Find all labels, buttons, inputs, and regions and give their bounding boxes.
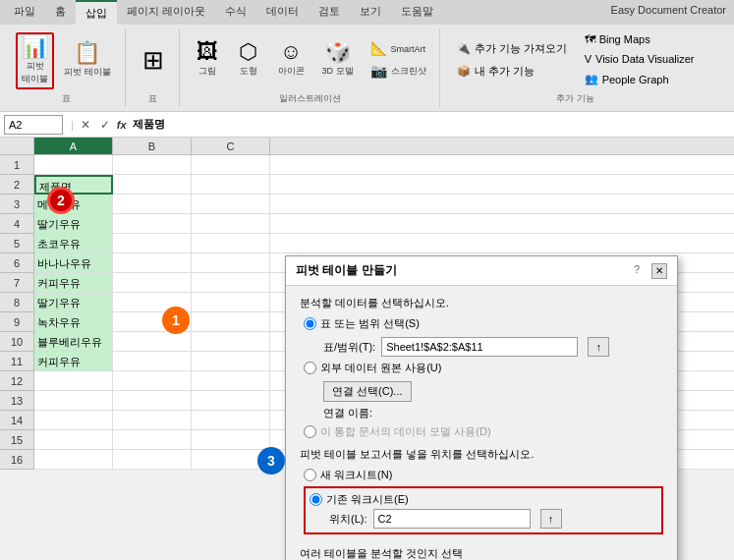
tab-view[interactable]: 보기	[350, 0, 391, 25]
tab-easy-doc[interactable]: Easy Document Creator	[603, 0, 734, 25]
row-header-11[interactable]: 11	[0, 352, 34, 371]
cell-c1[interactable]	[192, 155, 270, 175]
row-header-5[interactable]: 5	[0, 234, 34, 253]
row-header-8[interactable]: 8	[0, 293, 34, 312]
cell-a4[interactable]: 딸기우유	[34, 214, 113, 234]
tab-insert[interactable]: 삽입	[76, 0, 117, 25]
screenshot-button[interactable]: 📷 스크린샷	[366, 60, 431, 81]
row-header-15[interactable]: 15	[0, 430, 34, 450]
pivot-table-recommend-button[interactable]: 📋 피벗 테이블	[58, 38, 117, 83]
bing-maps-button[interactable]: 🗺 Bing Maps	[578, 30, 702, 48]
cell-a15[interactable]	[34, 430, 113, 450]
cell-a16[interactable]	[34, 450, 113, 470]
cell-c5[interactable]	[192, 234, 270, 253]
col-header-c[interactable]: C	[192, 138, 270, 155]
cell-b7[interactable]	[113, 273, 192, 293]
cell-c13[interactable]	[192, 391, 270, 411]
picture-button[interactable]: 🖼 그림	[190, 37, 225, 82]
col-header-b[interactable]: B	[113, 138, 192, 155]
cell-b15[interactable]	[113, 430, 192, 450]
cell-b1[interactable]	[113, 155, 192, 175]
cell-c12[interactable]	[192, 371, 270, 391]
row-header-14[interactable]: 14	[0, 411, 34, 430]
cell-b4[interactable]	[113, 214, 192, 234]
tab-data[interactable]: 데이터	[256, 0, 309, 25]
cell-b12[interactable]	[113, 371, 192, 391]
cell-c2[interactable]	[192, 175, 270, 195]
visio-button[interactable]: V Visio Data Visualizer	[578, 50, 702, 68]
tab-home[interactable]: 홈	[45, 0, 76, 25]
cell-a5[interactable]: 초코우유	[34, 234, 113, 253]
row-header-2[interactable]: 2	[0, 175, 34, 195]
cell-c7[interactable]	[192, 273, 270, 293]
get-addons-button[interactable]: 🔌 추가 기능 가져오기	[450, 38, 574, 59]
row-header-13[interactable]: 13	[0, 391, 34, 411]
my-addons-button[interactable]: 📦 내 추가 기능	[450, 61, 574, 82]
cell-c6[interactable]	[192, 253, 270, 273]
row-header-7[interactable]: 7	[0, 273, 34, 293]
people-graph-button[interactable]: 👥 People Graph	[578, 70, 702, 88]
dialog-help[interactable]: ?	[634, 263, 640, 279]
cell-c9[interactable]	[192, 312, 270, 332]
row-header-1[interactable]: 1	[0, 155, 34, 175]
table-button[interactable]: ⊞	[136, 41, 171, 80]
tab-help[interactable]: 도움말	[391, 0, 443, 25]
tab-page-layout[interactable]: 페이지 레이아웃	[117, 0, 215, 25]
cell-a11[interactable]: 커피우유	[34, 352, 113, 371]
row-header-10[interactable]: 10	[0, 332, 34, 352]
table-range-input[interactable]	[381, 337, 578, 357]
confirm-formula-icon[interactable]: ✓	[97, 117, 113, 133]
tab-review[interactable]: 검토	[309, 0, 350, 25]
location-selector-icon[interactable]: ↑	[540, 509, 562, 529]
dialog-close-button[interactable]: ✕	[651, 263, 667, 279]
row-header-4[interactable]: 4	[0, 214, 34, 234]
tab-file[interactable]: 파일	[4, 0, 45, 25]
cell-b14[interactable]	[113, 411, 192, 430]
row-header-9[interactable]: 9	[0, 312, 34, 332]
3d-model-button[interactable]: 🎲 3D 모델	[316, 37, 360, 82]
cell-a13[interactable]	[34, 391, 113, 411]
cell-a14[interactable]	[34, 411, 113, 430]
cell-b10[interactable]	[113, 332, 192, 352]
cell-b5[interactable]	[113, 234, 192, 253]
cell-a10[interactable]: 블루베리우유	[34, 332, 113, 352]
col-header-a[interactable]: A	[34, 138, 113, 155]
cell-c15[interactable]	[192, 430, 270, 450]
row-header-3[interactable]: 3	[0, 195, 34, 214]
cell-c3[interactable]	[192, 195, 270, 214]
cell-a6[interactable]: 바나나우유	[34, 253, 113, 273]
cancel-formula-icon[interactable]: ✕	[78, 117, 93, 133]
cell-a9[interactable]: 녹차우유	[34, 312, 113, 332]
icon-button[interactable]: ☺ 아이콘	[272, 37, 311, 82]
radio-external[interactable]	[304, 362, 316, 374]
cell-b2[interactable]	[113, 175, 192, 195]
cell-b11[interactable]	[113, 352, 192, 371]
cell-a2[interactable]: 제품명	[34, 175, 113, 195]
cell-c10[interactable]	[192, 332, 270, 352]
cell-b13[interactable]	[113, 391, 192, 411]
cell-a7[interactable]: 커피우유	[34, 273, 113, 293]
cell-a12[interactable]	[34, 371, 113, 391]
shape-button[interactable]: ⬡ 도형	[231, 37, 266, 82]
tab-formula[interactable]: 수식	[215, 0, 256, 25]
cell-c8[interactable]	[192, 293, 270, 312]
radio-new-sheet[interactable]	[304, 469, 316, 481]
smartart-button[interactable]: 📐 SmartArt	[366, 38, 431, 58]
cell-b6[interactable]	[113, 253, 192, 273]
pivot-table-button[interactable]: 📊 피벗 테이블	[16, 32, 54, 89]
cell-reference-input[interactable]	[4, 115, 63, 135]
connect-button[interactable]: 연결 선택(C)...	[323, 381, 412, 402]
row-header-6[interactable]: 6	[0, 253, 34, 273]
cell-c11[interactable]	[192, 352, 270, 371]
row-header-12[interactable]: 12	[0, 371, 34, 391]
range-selector-icon[interactable]: ↑	[588, 337, 609, 357]
cell-c4[interactable]	[192, 214, 270, 234]
cell-a8[interactable]: 딸기우유	[34, 293, 113, 312]
cell-b3[interactable]	[113, 195, 192, 214]
location-input[interactable]	[373, 509, 531, 529]
radio-existing-sheet[interactable]	[310, 493, 322, 506]
radio-table-range[interactable]	[304, 317, 316, 330]
radio-data-model[interactable]	[304, 425, 316, 438]
cell-a1[interactable]	[34, 155, 113, 175]
row-header-16[interactable]: 16	[0, 450, 34, 470]
